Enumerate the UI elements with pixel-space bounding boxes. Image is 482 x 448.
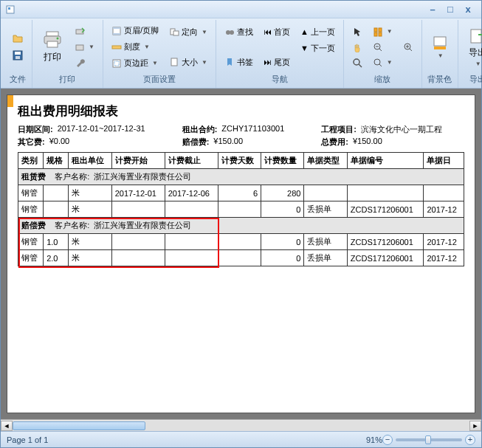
ribbon-label-nav: 导航 <box>221 72 339 86</box>
quick-print-icon <box>75 27 85 37</box>
binoculars-icon <box>224 27 235 37</box>
report-table: 类别规格租出单位计费开始计费截止计费天数计费数量单据类型单据编号单据日租赁费 客… <box>18 152 464 266</box>
multi-page-icon <box>373 27 383 37</box>
many-pages-button[interactable]: ▼ <box>369 24 396 39</box>
pointer-tool-button[interactable] <box>348 24 366 39</box>
ribbon-label-export: 导出 <box>463 72 482 86</box>
search-icon <box>352 58 362 68</box>
margins-icon <box>111 58 122 69</box>
first-page-button[interactable]: ⏮首页 <box>260 24 294 40</box>
table-row: 钢管米0丢损单ZCDS1712060012017-12 <box>18 201 464 218</box>
ribbon-group-print: 打印 ▼ 打印 <box>32 20 103 88</box>
cursor-icon <box>352 27 362 37</box>
scroll-left-button[interactable]: ◄ <box>1 421 13 431</box>
background-color-button[interactable]: ▼ <box>427 31 453 63</box>
margins-button[interactable]: 页边距▼ <box>108 55 162 71</box>
print-label: 打印 <box>44 51 61 63</box>
print-options-button[interactable]: ▼ <box>71 40 98 55</box>
zoom-plus-button[interactable]: + <box>465 435 475 445</box>
svg-rect-8 <box>47 41 58 47</box>
orientation-button[interactable]: 定向▼ <box>165 24 211 40</box>
bookmarks-button[interactable]: 书签 <box>221 55 257 70</box>
hand-tool-button[interactable] <box>348 40 366 55</box>
zoom-minus-button[interactable]: − <box>382 435 393 445</box>
save-button[interactable] <box>8 47 27 63</box>
svg-rect-1 <box>8 7 10 10</box>
scroll-track[interactable] <box>13 421 469 431</box>
chevron-down-icon: ▼ <box>89 44 94 50</box>
col-header: 类别 <box>18 153 44 169</box>
app-window: – □ x 文件 打印 ▼ <box>0 0 482 448</box>
find-button[interactable]: 查找 <box>221 24 257 40</box>
ribbon-label-page-setup: 页面设置 <box>108 72 211 86</box>
magnifier-button[interactable] <box>348 55 366 70</box>
first-page-icon: ⏮ <box>264 27 272 36</box>
last-page-icon: ⏭ <box>264 58 272 66</box>
zoom-out-icon <box>373 42 383 52</box>
svg-line-32 <box>379 64 382 66</box>
open-button[interactable] <box>8 30 27 46</box>
svg-rect-12 <box>113 27 120 29</box>
scale-button[interactable]: 刻度▼ <box>108 39 162 55</box>
svg-rect-10 <box>76 45 83 50</box>
zoom-slider[interactable] <box>396 438 462 441</box>
chevron-down-icon: ▼ <box>202 59 207 66</box>
floppy-disk-icon <box>12 49 24 61</box>
zoom-slider-thumb[interactable] <box>425 435 431 444</box>
svg-rect-4 <box>16 56 20 59</box>
zoom-icon <box>373 58 383 68</box>
wrench-icon <box>75 58 85 68</box>
svg-rect-24 <box>374 28 377 32</box>
export-label: 导出 <box>469 46 482 59</box>
report-meta: 日期区间:2017-12-01~2017-12-31 租出合约:ZCHY1711… <box>7 124 475 152</box>
col-header: 单据类型 <box>304 153 347 169</box>
printer-icon <box>42 30 63 49</box>
next-page-button[interactable]: ▼下一页 <box>297 41 339 56</box>
paint-bucket-icon <box>432 35 448 51</box>
size-button[interactable]: 大小▼ <box>165 55 211 70</box>
col-header: 计费数量 <box>261 153 304 169</box>
svg-rect-38 <box>434 46 446 49</box>
ribbon-label-bg: 背景色 <box>427 72 453 86</box>
chevron-down-icon: ▼ <box>152 60 158 66</box>
header-footer-button[interactable]: 页眉/页脚 <box>108 23 162 38</box>
ribbon-group-file: 文件 <box>4 20 32 88</box>
close-button[interactable]: x <box>459 4 477 15</box>
ruler-icon <box>111 42 122 52</box>
page-marker <box>7 95 13 107</box>
group-row: 租赁费 客户名称: 浙江兴海置业有限责任公司 <box>18 169 464 185</box>
titlebar: – □ x <box>1 1 481 18</box>
print-settings-button[interactable] <box>71 55 98 70</box>
export-button[interactable]: 导出 ▼ <box>463 24 482 71</box>
last-page-button[interactable]: ⏭尾页 <box>260 55 294 70</box>
zoom-level-button[interactable]: ▼ <box>369 55 396 70</box>
horizontal-scrollbar[interactable]: ◄ ► <box>1 419 481 431</box>
minimize-button[interactable]: – <box>424 4 441 15</box>
print-button[interactable]: 打印 <box>37 27 68 67</box>
col-header: 租出单位 <box>69 153 111 169</box>
zoom-out-button[interactable] <box>369 40 396 55</box>
report-title: 租出费用明细报表 <box>7 95 475 124</box>
zoom-in-icon <box>403 42 413 52</box>
arrow-up-icon: ▲ <box>300 27 309 36</box>
chevron-down-icon: ▼ <box>144 44 150 50</box>
ribbon-group-export: 导出 ▼ 导出 <box>458 20 482 88</box>
chevron-down-icon: ▼ <box>387 59 393 66</box>
scroll-thumb[interactable] <box>13 421 145 430</box>
ribbon-group-nav: 查找 x 书签 ⏮首页 x ⏭尾页 ▲上一页 ▼下一页 x 导航 <box>216 20 344 88</box>
svg-rect-25 <box>379 28 382 32</box>
quick-print-button[interactable] <box>71 24 98 39</box>
prev-page-button[interactable]: ▲上一页 <box>297 24 339 40</box>
scroll-right-button[interactable]: ► <box>469 421 481 431</box>
chevron-down-icon: ▼ <box>202 29 207 35</box>
table-row: 钢管1.0米0丢损单ZCDS1712060012017-12 <box>18 234 464 250</box>
svg-rect-3 <box>15 52 21 55</box>
ribbon-label-file: 文件 <box>8 72 27 86</box>
arrow-down-icon: ▼ <box>300 44 309 52</box>
maximize-button[interactable]: □ <box>441 4 459 15</box>
col-header: 规格 <box>44 153 69 169</box>
ribbon-group-page-setup: 页眉/页脚 刻度▼ 页边距▼ 定向▼ x 大小▼ 页面设置 <box>103 20 216 88</box>
group-row: 赔偿费 客户名称: 浙江兴海置业有限责任公司 <box>18 218 464 234</box>
zoom-in-button[interactable] <box>399 40 417 55</box>
zoom-percent: 91% <box>366 435 382 444</box>
